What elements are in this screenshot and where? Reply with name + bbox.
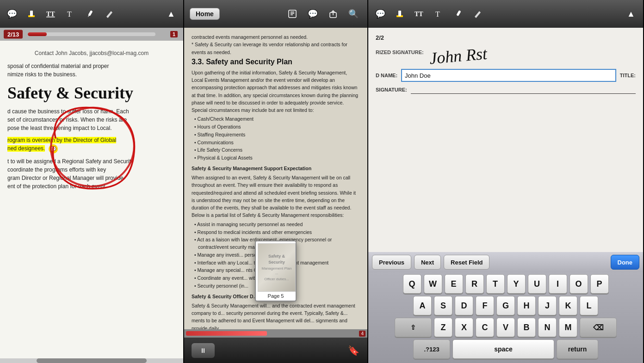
pause-button[interactable]: ⏸ <box>192 343 215 358</box>
signature-area: RIZED SIGNATURE: John Rst <box>376 49 636 64</box>
sig-label: RIZED SIGNATURE: <box>376 49 424 55</box>
key-p[interactable]: P <box>590 274 609 294</box>
keyboard-row-4: .?123 space return <box>370 339 641 359</box>
p2-progress-fill <box>186 331 267 336</box>
key-m[interactable]: M <box>559 318 577 337</box>
svg-text:T: T <box>435 10 440 18</box>
svg-text:TT: TT <box>415 11 423 18</box>
key-i[interactable]: I <box>549 274 567 294</box>
keyboard-row-3: ⇧ Z X C V B N M ⌫ <box>370 318 641 337</box>
bullet-5: • Life Safety Concerns <box>192 147 360 154</box>
key-f[interactable]: F <box>476 296 494 315</box>
bullet-1: • Cash/Check Management <box>192 116 360 123</box>
numbers-key[interactable]: .?123 <box>413 339 450 359</box>
panel2-doc: contracted events management personnel a… <box>184 28 367 329</box>
bullet-s1: • Assist in managing security personnel … <box>192 221 360 228</box>
progress-track[interactable] <box>28 32 155 36</box>
next-button[interactable]: Next <box>414 255 441 270</box>
p3-text-format-icon[interactable]: TT <box>411 6 427 22</box>
body-officer: Safety & Security Management will... and… <box>192 302 360 329</box>
highlight-icon[interactable] <box>23 6 40 22</box>
key-q[interactable]: Q <box>403 274 421 294</box>
previous-button[interactable]: Previous <box>372 255 411 270</box>
keyboard-row-2: A S D F G H J K L <box>370 296 641 315</box>
text-icon[interactable]: T <box>62 6 79 22</box>
panel-pdf-viewer: 💬 TT T ▲ 2/13 1 Contact John Jacobs, jja… <box>0 0 184 363</box>
horizontal-scrollbar[interactable] <box>0 358 183 363</box>
p3-page-indicator: 2/2 <box>376 34 384 41</box>
p3-comment-icon[interactable]: 💬 <box>372 6 389 22</box>
p3-collapse-icon[interactable]: ▲ <box>623 6 639 22</box>
key-l[interactable]: L <box>580 296 598 315</box>
p3-pen-icon[interactable] <box>469 6 486 22</box>
p3-highlight-icon[interactable] <box>391 6 408 22</box>
title-label: TITLE: <box>620 73 636 78</box>
home-button[interactable]: Home <box>190 8 220 20</box>
svg-text:T: T <box>67 10 72 18</box>
panel1-doc-content: Contact John Jacobs, jjacobs@local-mag.c… <box>0 41 183 358</box>
key-t[interactable]: T <box>486 274 505 294</box>
key-j[interactable]: J <box>538 296 557 315</box>
section-title-officer: Safety & Security Officer D... <box>192 294 257 299</box>
doc-heading: Safety & Security <box>7 84 176 103</box>
key-g[interactable]: G <box>496 296 515 315</box>
search-icon[interactable]: 🔍 <box>345 6 362 22</box>
section-title-33: 3.3. Safety and Security Plan <box>192 58 360 66</box>
pencil-icon[interactable] <box>81 6 98 22</box>
panel2-bottom-bar: ⏸ 🔖 <box>184 338 367 363</box>
newspaper-icon[interactable] <box>284 6 301 22</box>
panel3-toolbar: 💬 TT T ▲ <box>368 0 643 28</box>
text-format-icon[interactable]: TT <box>43 6 59 22</box>
comment-bubble[interactable]: 💬 <box>49 144 58 154</box>
key-c[interactable]: C <box>476 318 494 337</box>
key-k[interactable]: K <box>559 296 577 315</box>
share-icon[interactable] <box>325 6 341 22</box>
key-u[interactable]: U <box>528 274 546 294</box>
key-v[interactable]: V <box>496 318 515 337</box>
panel1-doc: Contact John Jacobs, jjacobs@local-mag.c… <box>0 41 183 358</box>
name-input[interactable]: John Doe <box>401 69 616 82</box>
return-key[interactable]: return <box>557 339 598 359</box>
p3-pencil-icon[interactable] <box>450 6 466 22</box>
p3-text-icon[interactable]: T <box>430 6 447 22</box>
key-d[interactable]: D <box>455 296 473 315</box>
thumbnail-image: Safety & Security Management Plan ··· Of… <box>258 243 296 292</box>
key-e[interactable]: E <box>445 274 463 294</box>
comment-icon[interactable]: 💬 <box>4 6 20 22</box>
sig-line <box>411 86 636 94</box>
collapse-icon[interactable]: ▲ <box>163 6 180 22</box>
key-x[interactable]: X <box>455 318 473 337</box>
key-o[interactable]: O <box>570 274 588 294</box>
key-y[interactable]: Y <box>507 274 526 294</box>
backspace-key[interactable]: ⌫ <box>580 318 617 337</box>
section-title-support: Safety & Security Management Support Exp… <box>192 166 311 171</box>
body-text-support: When assigned to an event, Safety & Secu… <box>192 174 360 219</box>
key-a[interactable]: A <box>413 296 432 315</box>
highlight-text: rogram is overseen by the Director of Gl… <box>7 137 116 152</box>
bullet-2: • Hours of Operations <box>192 123 360 131</box>
key-h[interactable]: H <box>517 296 536 315</box>
panel-thumbnail-browser: Home 💬 🔍 contracted events management pe… <box>184 0 368 363</box>
reset-field-button[interactable]: Reset Field <box>444 255 489 270</box>
svg-text:TT: TT <box>46 11 55 18</box>
key-s[interactable]: S <box>434 296 452 315</box>
panel-form-keyboard: 💬 TT T ▲ 2/2 RIZED SIGNATURE: John Rst <box>368 0 644 363</box>
key-n[interactable]: N <box>538 318 557 337</box>
bookmark-button[interactable]: 🔖 <box>347 343 360 358</box>
name-label: D NAME: <box>376 73 397 78</box>
keyboard-keys: Q W E R T Y U I O P A S D F G H J K <box>368 272 643 363</box>
name-field-row: D NAME: John Doe TITLE: <box>376 69 636 82</box>
space-key[interactable]: space <box>452 339 554 359</box>
bullet-s2: • Respond to medical incidents and other… <box>192 229 360 236</box>
key-w[interactable]: W <box>424 274 442 294</box>
key-b[interactable]: B <box>517 318 536 337</box>
pen-icon[interactable] <box>101 6 118 22</box>
doc-text-2: d cause the business to suffer loss or h… <box>7 107 176 132</box>
shift-key[interactable]: ⇧ <box>395 318 432 337</box>
key-z[interactable]: Z <box>434 318 452 337</box>
chat-icon[interactable]: 💬 <box>304 6 321 22</box>
svg-rect-4 <box>88 10 93 16</box>
contact-line: Contact John Jacobs, jjacobs@local-mag.c… <box>7 50 176 56</box>
key-r[interactable]: R <box>465 274 484 294</box>
done-button[interactable]: Done <box>611 255 640 270</box>
